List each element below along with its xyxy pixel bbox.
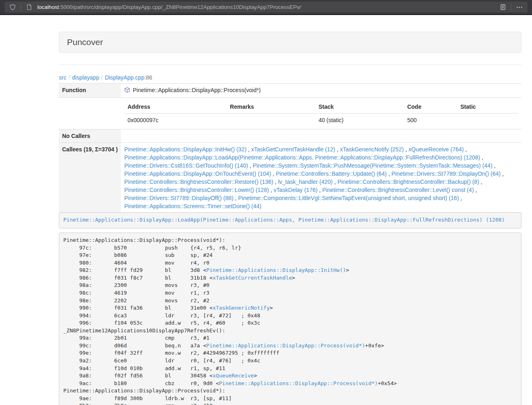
callee-separator: , <box>273 179 278 185</box>
function-row: Function Pinetime::Applications::Display… <box>59 84 521 98</box>
url-bar[interactable]: localhost:5000/path/src/displayapp/Displ… <box>4 2 528 13</box>
asm-text: 996: f104 053c add.w r5, r4, #60 ; 0x3c <box>63 320 260 326</box>
breadcrumb: src/displayapp/DisplayApp.cpp:86 <box>59 73 152 82</box>
asm-symbol-link[interactable]: Pinetime::Applications::DisplayApp::Proc… <box>206 343 365 349</box>
asm-text: 994: 6ca3 ldr r3, [r4, #72] ; 0x48 <box>63 312 260 319</box>
asm-text: 97c: b570 push {r4, r5, r6, lr} <box>63 245 241 251</box>
asm-text: 9ae: f89d 300b ldrb.w r3, [sp, #11] <box>63 395 232 401</box>
callee-separator: , <box>459 195 462 201</box>
callee-separator: , <box>404 146 409 153</box>
callee-separator: , <box>317 187 322 193</box>
asm-symbol-link[interactable]: Pinetime::Applications::DisplayApp::Proc… <box>219 380 378 386</box>
callee-link[interactable]: Pinetime::System::SystemTask::PushMessag… <box>253 162 493 169</box>
page-actions-more-icon[interactable] <box>515 2 524 12</box>
callee-separator: , <box>269 187 274 193</box>
app-header-panel: Puncover <box>59 32 521 53</box>
stats-row-label-empty <box>59 98 121 129</box>
asm-text: +0xfe> <box>365 343 384 349</box>
breadcrumb-link-file[interactable]: DisplayApp.cpp <box>105 74 144 81</box>
callee-link[interactable]: Pinetime::Controllers::BrightnessControl… <box>124 179 273 185</box>
asm-text: 980: 4604 mov r4, r0 <box>63 260 209 266</box>
callee-link[interactable]: lv_task_handler (420) <box>278 179 333 185</box>
callees-row: Callees (19, Σ=3704 ) Pinetime::Applicat… <box>59 143 521 213</box>
stats-header-row: Address Remarks Stack Code Static <box>124 100 518 114</box>
function-table: Function Pinetime::Applications::Display… <box>59 83 521 213</box>
callee-separator: , <box>271 170 276 177</box>
no-callers-value <box>121 129 521 143</box>
breadcrumb-link-src[interactable]: src <box>59 74 67 81</box>
browser-toolbar: localhost:5000/path/src/displayapp/Displ… <box>0 0 532 14</box>
stats-value-row: 0x0000097c 40 (static) 500 <box>124 114 518 127</box>
function-row-label: Function <box>59 84 121 98</box>
asm-text: > <box>346 267 349 273</box>
callee-link[interactable]: Pinetime::Applications::DisplayApp::Load… <box>124 154 480 161</box>
callee-link[interactable]: Pinetime::Controllers::BrightnessControl… <box>124 187 269 193</box>
asm-symbol-link[interactable]: xTaskGenericNotify <box>213 305 270 311</box>
asm-text: > <box>292 275 295 281</box>
callee-separator: , <box>492 162 495 169</box>
callee-separator: , <box>464 146 467 153</box>
callee-link[interactable]: xQueueReceive (764) <box>409 146 464 153</box>
urlbar-separator <box>21 4 21 11</box>
callee-separator: , <box>480 154 483 161</box>
symbol-cube-icon <box>124 87 130 95</box>
asm-text: > <box>254 373 257 379</box>
callee-separator: , <box>474 187 477 193</box>
stats-header-static: Static <box>457 100 519 114</box>
stats-header-code: Code <box>404 100 457 114</box>
asm-text: 9a2: 6ce0 ldr r0, [r4, #76] ; 0x4c <box>63 358 260 364</box>
tracking-protection-shield-icon[interactable] <box>8 2 17 12</box>
callee-link[interactable]: Pinetime::Drivers::St7789::DisplayOn() (… <box>392 170 501 177</box>
callees-list: Pinetime::Applications::DisplayApp::Init… <box>121 143 521 213</box>
callee-link[interactable]: xTaskGetCurrentTaskHandle (12) <box>251 146 335 153</box>
stats-value-stack: 40 (static) <box>315 114 404 127</box>
callee-separator: , <box>333 179 338 185</box>
asm-text: 98c: 4619 mov r1, r3 <box>63 290 209 296</box>
breadcrumb-line-number: :86 <box>144 74 152 81</box>
asm-symbol-link[interactable]: Pinetime::Applications::DisplayApp::Init… <box>206 267 346 273</box>
callee-link[interactable]: Pinetime::Drivers::Cst816S::GetTouchInfo… <box>124 162 248 169</box>
stats-value-remarks <box>227 114 315 127</box>
callee-separator: , <box>387 170 392 177</box>
no-callers-row: No Callers <box>59 129 521 143</box>
function-name: Pinetime::Applications::DisplayApp::Proc… <box>133 86 261 94</box>
asm-text: 99c: d06d beq.n a7a < <box>63 343 206 349</box>
header-divider <box>59 65 521 65</box>
callee-separator: , <box>248 162 253 169</box>
asm-text: Pinetime::Applications::DisplayApp::Proc… <box>63 237 225 243</box>
reader-mode-icon[interactable] <box>498 2 508 12</box>
callee-link[interactable]: Pinetime::Components::LittleVgl::SetNewT… <box>238 195 459 201</box>
callee-link[interactable]: xTaskGenericNotify (252) <box>340 146 404 153</box>
callee-link[interactable]: Pinetime::Controllers::BrightnessControl… <box>337 179 479 185</box>
asm-text: Pinetime::Applications::DisplayApp::Proc… <box>63 388 225 394</box>
assembly-listing: Pinetime::Applications::DisplayApp::Proc… <box>59 233 521 405</box>
url-text[interactable]: localhost:5000/path/src/displayapp/Displ… <box>37 4 498 10</box>
page-content: Puncover src/displayapp/DisplayApp.cpp:8… <box>59 15 521 405</box>
stats-header-stack: Stack <box>315 100 404 114</box>
site-identity-page-icon[interactable] <box>24 2 34 12</box>
stats-header-address: Address <box>124 100 226 114</box>
callee-separator: , <box>501 170 504 177</box>
callee-link[interactable]: Pinetime::Applications::Screens::Timer::… <box>124 203 261 209</box>
callee-link[interactable]: Pinetime::Controllers::Battery::Update()… <box>276 170 387 177</box>
callee-link[interactable]: Pinetime::Applications::DisplayApp::Init… <box>124 146 246 153</box>
callees-label: Callees (19, Σ=3704 ) <box>59 143 121 213</box>
asm-text: 9a8: f02f fd56 bl 30458 < <box>63 373 213 379</box>
asm-text: 97e: b086 sub sp, #24 <box>63 252 213 258</box>
callee-link[interactable]: Pinetime::Applications::DisplayApp::OnTo… <box>124 170 271 177</box>
stats-value-static <box>457 114 519 127</box>
asm-text: 9a4: f10d 010b add.w r1, sp, #11 <box>63 365 225 371</box>
callee-link[interactable]: Pinetime::Drivers::St7789::DisplayOff() … <box>124 195 233 201</box>
asm-text: 99e: f04f 32ff mov.w r2, #4294967295 ; 0… <box>63 350 279 356</box>
stats-value-address: 0x0000097c <box>124 114 226 127</box>
asm-symbol-link[interactable]: xQueueReceive <box>213 373 254 379</box>
load-app-link[interactable]: Pinetime::Applications::DisplayApp::Load… <box>63 217 505 223</box>
callee-link[interactable]: vTaskDelay (176) <box>274 187 317 193</box>
breadcrumb-link-displayapp[interactable]: displayapp <box>72 74 99 81</box>
stats-value-code: 500 <box>404 114 457 127</box>
callee-link[interactable]: Pinetime::Controllers::BrightnessControl… <box>322 187 474 193</box>
asm-text: 98e: 2202 movs r2, #2 <box>63 297 209 304</box>
asm-symbol-link[interactable]: xTaskGetCurrentTaskHandle <box>213 275 292 281</box>
url-path: :5000/path/src/displayapp/DisplayApp.cpp… <box>59 4 301 10</box>
stats-row: Address Remarks Stack Code Static 0x0000… <box>59 98 521 129</box>
